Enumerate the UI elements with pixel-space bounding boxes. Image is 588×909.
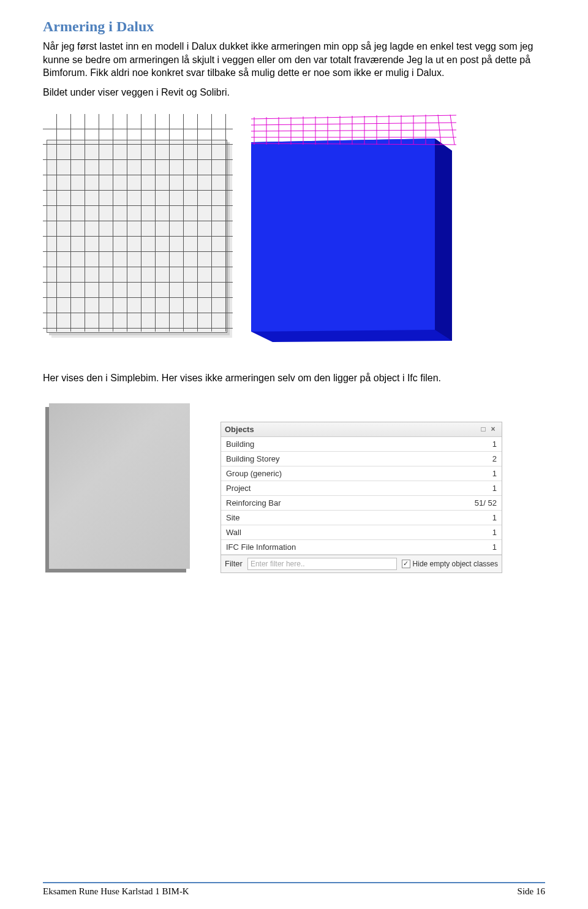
- footer-left: Eksamen Rune Huse Karlstad 1 BIM-K: [43, 886, 189, 897]
- object-count: 1: [459, 437, 502, 452]
- solibri-wall-image: [251, 114, 456, 347]
- paragraph-caption-2: Her vises den i Simplebim. Her vises ikk…: [43, 371, 545, 385]
- table-row[interactable]: Wall1: [221, 525, 502, 539]
- table-row[interactable]: Building1: [221, 437, 502, 452]
- solibri-rebar-top: [251, 114, 456, 148]
- object-name: Project: [221, 481, 459, 495]
- object-name: Group (generic): [221, 466, 459, 481]
- objects-table: Building1 Building Storey2 Group (generi…: [221, 437, 502, 555]
- paragraph-intro: Når jeg først lastet inn en modell i Dal…: [43, 40, 545, 80]
- object-name: Site: [221, 510, 459, 525]
- object-name: IFC File Information: [221, 539, 459, 554]
- svg-line-23: [438, 115, 441, 145]
- filter-input[interactable]: Enter filter here..: [247, 558, 397, 570]
- close-icon[interactable]: ×: [488, 425, 498, 433]
- object-count: 1: [459, 510, 502, 525]
- object-count: 1: [459, 525, 502, 539]
- hide-empty-checkbox[interactable]: ✓ Hide empty object classes: [402, 560, 498, 568]
- simplebim-wall-face: [49, 403, 190, 569]
- footer-right: Side 16: [518, 886, 545, 897]
- simplebim-wall-image: [43, 397, 196, 575]
- image-row-1: [43, 114, 545, 347]
- objects-panel: Objects □ × Building1 Building Storey2 G…: [221, 422, 502, 573]
- paragraph-caption-1: Bildet under viser veggen i Revit og Sol…: [43, 86, 545, 99]
- svg-line-24: [450, 115, 454, 145]
- table-row[interactable]: Reinforcing Bar51/ 52: [221, 495, 502, 510]
- check-icon: ✓: [402, 560, 410, 568]
- table-row[interactable]: Building Storey2: [221, 451, 502, 466]
- revit-rebar-grid: [43, 114, 233, 332]
- objects-filter-bar: Filter Enter filter here.. ✓ Hide empty …: [221, 555, 502, 572]
- table-row[interactable]: Group (generic)1: [221, 466, 502, 481]
- image-row-2: Objects □ × Building1 Building Storey2 G…: [43, 397, 545, 575]
- table-row[interactable]: Site1: [221, 510, 502, 525]
- svg-marker-2: [435, 139, 452, 341]
- objects-panel-header: Objects □ ×: [221, 422, 502, 437]
- object-name: Reinforcing Bar: [221, 495, 459, 510]
- filter-label: Filter: [225, 559, 243, 568]
- hide-empty-label: Hide empty object classes: [413, 560, 498, 568]
- svg-marker-1: [251, 139, 435, 332]
- table-row[interactable]: Project1: [221, 481, 502, 495]
- page-footer: Eksamen Rune Huse Karlstad 1 BIM-K Side …: [43, 882, 545, 897]
- object-name: Wall: [221, 525, 459, 539]
- object-name: Building: [221, 437, 459, 452]
- revit-wall-image: [43, 114, 233, 338]
- table-row[interactable]: IFC File Information1: [221, 539, 502, 554]
- pop-out-icon[interactable]: □: [478, 425, 488, 433]
- object-count: 2: [459, 451, 502, 466]
- object-count: 1: [459, 539, 502, 554]
- object-count: 1: [459, 481, 502, 495]
- object-count: 51/ 52: [459, 495, 502, 510]
- object-name: Building Storey: [221, 451, 459, 466]
- object-count: 1: [459, 466, 502, 481]
- objects-panel-title: Objects: [225, 425, 478, 434]
- section-heading: Armering i Dalux: [43, 18, 545, 35]
- solibri-wall-body: [251, 139, 453, 344]
